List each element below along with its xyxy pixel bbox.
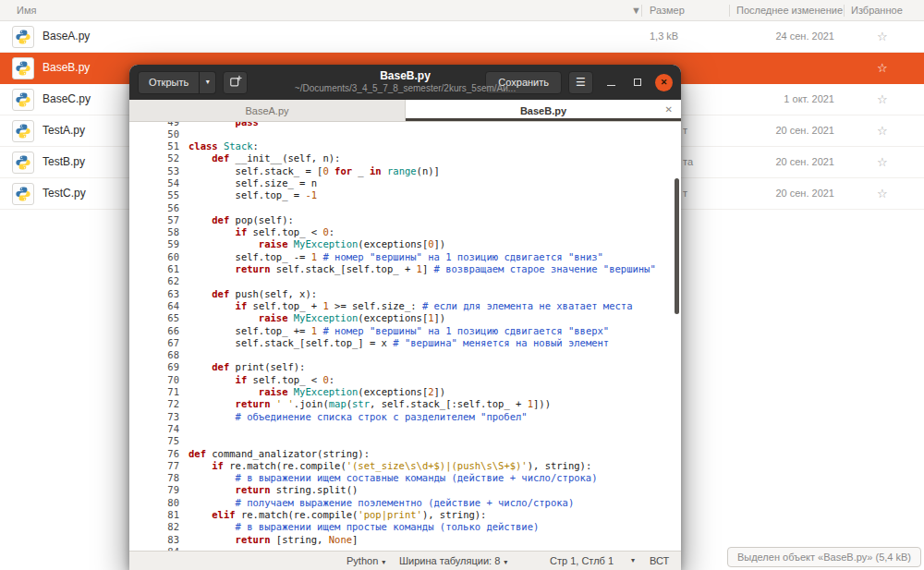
menu-button[interactable]: ☰ [568,71,593,94]
code-line: 75 [129,435,681,447]
column-divider [844,5,845,17]
file-modified-date: 1 окт. 2021 [784,84,834,115]
tab-basea-py[interactable]: BaseA.py [129,100,406,121]
code-line: 80 # получаем выражение поэлементно (дей… [129,497,681,509]
new-tab-button[interactable] [223,71,248,94]
insert-mode-indicator: ВСТ [650,552,669,570]
line-content: raise MyException(exceptions[0]) [179,238,445,250]
line-content: if self.top_ + 1 >= self.size_: # если д… [179,300,632,312]
maximize-button[interactable] [628,73,647,91]
line-number: 80 [129,497,179,509]
column-divider [729,5,730,17]
code-line: 50 [129,128,681,140]
code-line: 77 if re.match(re.compile('(set_size\s\d… [129,460,681,472]
line-number: 64 [129,300,179,312]
line-content: return ' '.join(map(str, self.stack_[:se… [179,398,551,410]
line-content: def pop(self): [179,214,294,226]
column-header-size[interactable]: Размер [650,0,685,20]
line-content: raise MyException(exceptions[1]) [179,312,445,324]
file-name: TestC.py [43,178,86,209]
line-content: class Stack: [179,140,259,152]
column-header-starred[interactable]: Избранное [851,0,903,20]
cursor-position-button[interactable]: Стр 1, Стлб 1 [550,552,614,570]
window-subtitle: ~/Documents/3_4_5_7_8_semester/2kurs_5se… [295,83,516,94]
minimize-button[interactable] [602,73,620,91]
star-icon[interactable]: ☆ [877,115,888,146]
line-number: 81 [129,509,179,521]
column-header-modified[interactable]: Последнее изменение [736,0,843,20]
code-line: 65 raise MyException(exceptions[1]) [129,312,681,324]
close-icon: ✕ [661,78,668,87]
open-split-button: Открыть ▾ [138,71,216,94]
code-line: 51class Stack: [129,140,681,152]
file-size-partial: т [683,178,687,209]
code-line: 69 def print(self): [129,361,681,373]
file-size: 1,3 kB [650,21,678,52]
line-number: 71 [129,386,179,398]
line-content: elif re.match(re.compile('pop|print'), s… [179,509,486,521]
vertical-scrollbar-thumb[interactable] [675,178,679,314]
line-content: if self.top_ < 0: [179,374,334,386]
close-tab-icon[interactable]: ✕ [665,100,673,120]
language-selector[interactable]: Python▾ [346,552,385,570]
line-number: 56 [129,202,179,214]
tab-baseb-py[interactable]: BaseB.py✕ [406,100,681,121]
line-number: 49 [129,122,179,128]
file-name: BaseC.py [43,84,91,115]
line-number: 60 [129,251,179,263]
open-button[interactable]: Открыть [138,71,200,94]
code-line: 54 self.size_ = n [129,177,681,189]
line-content: self.top_ += 1 # номер "вершины" на 1 по… [179,325,609,337]
line-content: self.top_ = -1 [179,189,317,201]
star-icon[interactable]: ☆ [877,53,888,83]
code-line: 78 # в выражении ищем составные команды … [129,472,681,484]
file-row[interactable]: BaseA.py1,3 kB24 сен. 2021☆ [0,21,924,53]
hamburger-menu-icon: ☰ [576,77,586,88]
star-icon[interactable]: ☆ [877,84,888,115]
line-content: self.top_ -= 1 # номер "вершины" на 1 по… [179,251,603,263]
column-header-name[interactable]: Имя [17,0,36,20]
code-line: 53 self.stack_ = [0 for _ in range(n)] [129,165,681,177]
line-number: 68 [129,349,179,361]
chevron-down-icon[interactable]: ▾ [631,552,635,570]
file-name: TestB.py [43,147,85,177]
line-content: return string.split() [179,484,358,496]
line-content: pass [179,122,259,128]
tab-width-selector[interactable]: Ширина табуляции: 8▾ [399,552,507,570]
line-content: def print(self): [179,361,305,373]
line-number: 55 [129,189,179,201]
code-line: 52 def __init__(self, n): [129,152,681,164]
tab-width-label: Ширина табуляции: 8 [399,555,500,566]
python-file-icon [12,57,34,79]
file-size-partial: та [683,147,693,177]
text-editor-window: Открыть ▾ BaseB.py ~/Documents/3_4_5_7_8… [129,65,681,570]
code-line: 61 return self.stack_[self.top_ + 1] # в… [129,263,681,275]
line-number: 76 [129,448,179,460]
line-number: 58 [129,226,179,238]
line-content [179,275,188,287]
star-icon[interactable]: ☆ [877,147,888,177]
line-number: 50 [129,128,179,140]
sort-descending-icon[interactable]: ▼ [631,0,641,20]
star-icon[interactable]: ☆ [877,178,888,209]
chevron-down-icon: ▾ [504,558,507,566]
line-content: return [string, None] [179,534,358,546]
code-line: 57 def pop(self): [129,214,681,226]
line-number: 54 [129,177,179,189]
line-content: self.stack_ = [0 for _ in range(n)] [179,165,440,177]
file-name: BaseB.py [43,53,90,83]
code-line: 62 [129,275,681,287]
line-content: # получаем выражение поэлементно (действ… [179,497,574,509]
open-dropdown-button[interactable]: ▾ [199,71,216,94]
close-button[interactable]: ✕ [655,74,673,91]
star-icon[interactable]: ☆ [877,21,888,52]
line-content: # в выражении ищем составные команды (де… [179,472,598,484]
line-number: 67 [129,337,179,349]
editor-statusbar: Python▾ Ширина табуляции: 8▾ Стр 1, Стлб… [129,551,681,570]
python-file-icon [12,89,34,111]
line-content: if self.top_ < 0: [179,226,334,238]
column-divider [641,5,642,17]
code-editor[interactable]: 49 pass5051class Stack:52 def __init__(s… [129,122,681,551]
code-line: 60 self.top_ -= 1 # номер "вершины" на 1… [129,251,681,263]
line-content: return self.stack_[self.top_ + 1] # возв… [179,263,656,275]
